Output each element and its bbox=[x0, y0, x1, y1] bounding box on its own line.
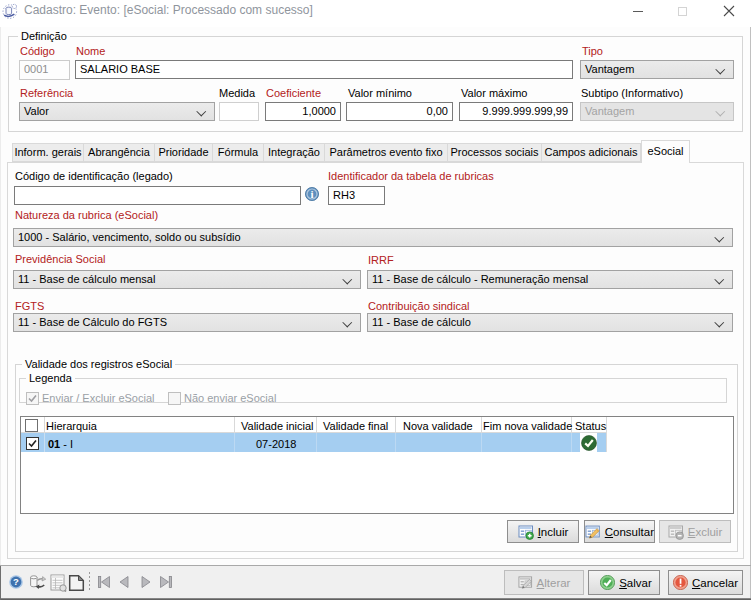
svg-text:i: i bbox=[310, 188, 313, 200]
svg-text:?: ? bbox=[13, 576, 19, 587]
